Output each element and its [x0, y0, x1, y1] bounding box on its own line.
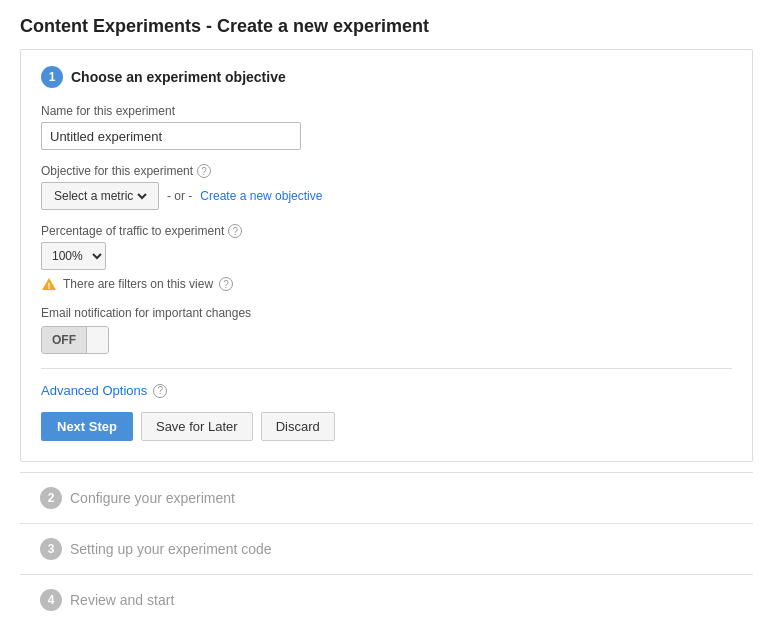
objective-label: Objective for this experiment ?	[41, 164, 732, 178]
or-text: - or -	[167, 189, 192, 203]
step-1-header: 1 Choose an experiment objective	[41, 66, 732, 88]
filter-warning-text: There are filters on this view	[63, 277, 213, 291]
inactive-sections: 2 Configure your experiment 3 Setting up…	[20, 472, 753, 625]
step-3-section: 3 Setting up your experiment code	[20, 523, 753, 574]
traffic-help-icon[interactable]: ?	[228, 224, 242, 238]
email-toggle[interactable]: OFF	[41, 326, 109, 354]
objective-group: Objective for this experiment ? Select a…	[41, 164, 732, 210]
toggle-handle[interactable]	[86, 327, 108, 353]
next-step-button[interactable]: Next Step	[41, 412, 133, 441]
traffic-label: Percentage of traffic to experiment ?	[41, 224, 732, 238]
select-metric-dropdown[interactable]: Select a metric	[41, 182, 159, 210]
step-4-section: 4 Review and start	[20, 574, 753, 625]
traffic-select[interactable]: 100% 75% 50% 25% 10%	[41, 242, 106, 270]
advanced-options-link[interactable]: Advanced Options	[41, 383, 147, 398]
advanced-options-help-icon[interactable]: ?	[153, 384, 167, 398]
save-for-later-button[interactable]: Save for Later	[141, 412, 253, 441]
experiment-name-group: Name for this experiment	[41, 104, 732, 150]
step-3-title: Setting up your experiment code	[70, 541, 272, 557]
step-2-section: 2 Configure your experiment	[20, 472, 753, 523]
metric-select[interactable]: Select a metric	[50, 188, 150, 204]
step-3-badge: 3	[40, 538, 62, 560]
svg-text:!: !	[48, 281, 51, 291]
traffic-group: Percentage of traffic to experiment ? 10…	[41, 224, 732, 292]
experiment-name-label: Name for this experiment	[41, 104, 732, 118]
create-objective-link[interactable]: Create a new objective	[200, 189, 322, 203]
objective-row: Select a metric - or - Create a new obje…	[41, 182, 732, 210]
step-1-section: 1 Choose an experiment objective Name fo…	[20, 49, 753, 462]
discard-button[interactable]: Discard	[261, 412, 335, 441]
step-1-title: Choose an experiment objective	[71, 69, 286, 85]
step-2-badge: 2	[40, 487, 62, 509]
page-title: Content Experiments - Create a new exper…	[20, 16, 753, 37]
step-1-badge: 1	[41, 66, 63, 88]
objective-help-icon[interactable]: ?	[197, 164, 211, 178]
advanced-options-row: Advanced Options ?	[41, 383, 732, 398]
warning-icon: !	[41, 276, 57, 292]
filter-warning-row: ! There are filters on this view ?	[41, 276, 732, 292]
divider	[41, 368, 732, 369]
email-notification-group: Email notification for important changes…	[41, 306, 732, 354]
step-4-title: Review and start	[70, 592, 174, 608]
toggle-off-label[interactable]: OFF	[42, 327, 86, 353]
experiment-name-input[interactable]	[41, 122, 301, 150]
step-4-badge: 4	[40, 589, 62, 611]
step-2-title: Configure your experiment	[70, 490, 235, 506]
buttons-row: Next Step Save for Later Discard	[41, 412, 732, 441]
filter-help-icon[interactable]: ?	[219, 277, 233, 291]
email-notification-label: Email notification for important changes	[41, 306, 732, 320]
